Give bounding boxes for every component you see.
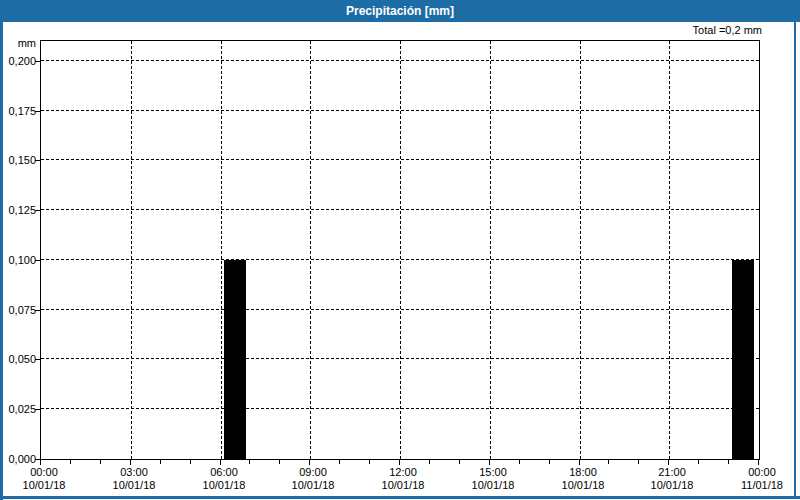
x-major-tick-mark: [399, 460, 400, 465]
x-major-tick-mark: [668, 460, 669, 465]
x-tick-label: 12:0010/01/18: [358, 466, 448, 492]
x-tick-time: 15:00: [448, 466, 538, 479]
y-tick-label: 0,075: [0, 304, 36, 317]
x-tick-label: 03:0010/01/18: [89, 466, 179, 492]
x-gridline: [490, 41, 491, 459]
window-titlebar[interactable]: Precipitación [mm]: [0, 0, 800, 22]
x-tick-time: 09:00: [268, 466, 358, 479]
window-border-bottom: [0, 496, 800, 499]
x-tick-label: 09:0010/01/18: [268, 466, 358, 492]
x-tick-time: 00:00: [0, 466, 89, 479]
x-minor-tick-mark: [70, 460, 71, 464]
x-minor-tick-mark: [339, 460, 340, 464]
x-minor-tick-mark: [249, 460, 250, 464]
x-tick-time: 12:00: [358, 466, 448, 479]
x-tick-date: 10/01/18: [538, 479, 628, 492]
y-tick-label: 0,000: [0, 453, 36, 466]
x-minor-tick-mark: [369, 460, 370, 464]
y-tick-label: 0,025: [0, 403, 36, 416]
x-major-tick-mark: [758, 460, 759, 465]
x-tick-date: 10/01/18: [448, 479, 538, 492]
x-tick-date: 10/01/18: [268, 479, 358, 492]
y-tick-label: 0,125: [0, 204, 36, 217]
x-gridline: [310, 41, 311, 459]
x-minor-tick-mark: [728, 460, 729, 464]
x-tick-label: 00:0010/01/18: [0, 466, 89, 492]
precipitation-bar: [732, 260, 754, 459]
x-minor-tick-mark: [160, 460, 161, 464]
x-minor-tick-mark: [638, 460, 639, 464]
x-tick-label: 18:0010/01/18: [538, 466, 628, 492]
x-minor-tick-mark: [279, 460, 280, 464]
x-tick-time: 00:00: [717, 466, 800, 479]
x-major-tick-mark: [130, 460, 131, 465]
x-tick-date: 10/01/18: [89, 479, 179, 492]
y-tick-label: 0,200: [0, 55, 36, 68]
x-major-tick-mark: [579, 460, 580, 465]
x-tick-date: 10/01/18: [627, 479, 717, 492]
x-minor-tick-mark: [100, 460, 101, 464]
y-axis-labels: 0,0000,0250,0500,0750,1000,1250,1500,175…: [0, 40, 36, 460]
x-tick-date: 10/01/18: [0, 479, 89, 492]
x-gridline: [221, 41, 222, 459]
x-axis-labels: 00:0010/01/1803:0010/01/1806:0010/01/180…: [40, 466, 762, 496]
x-tick-date: 10/01/18: [179, 479, 269, 492]
x-tick-date: 11/01/18: [717, 479, 800, 492]
x-tick-label: 15:0010/01/18: [448, 466, 538, 492]
total-annotation: Total =0,2 mm: [693, 24, 762, 36]
x-minor-tick-mark: [459, 460, 460, 464]
x-minor-tick-mark: [429, 460, 430, 464]
x-gridline: [400, 41, 401, 459]
x-tick-time: 06:00: [179, 466, 269, 479]
x-tick-label: 00:0011/01/18: [717, 466, 800, 492]
x-tick-time: 03:00: [89, 466, 179, 479]
x-tick-label: 21:0010/01/18: [627, 466, 717, 492]
y-tick-label: 0,050: [0, 353, 36, 366]
window-title: Precipitación [mm]: [346, 4, 454, 18]
x-minor-tick-mark: [549, 460, 550, 464]
y-tick-label: 0,150: [0, 154, 36, 167]
x-minor-tick-mark: [698, 460, 699, 464]
x-major-tick-mark: [40, 460, 41, 465]
x-major-tick-mark: [220, 460, 221, 465]
x-gridline: [669, 41, 670, 459]
y-tick-label: 0,100: [0, 254, 36, 267]
precipitation-bar: [224, 260, 246, 459]
plot-area: [40, 40, 760, 460]
x-minor-tick-mark: [608, 460, 609, 464]
x-minor-tick-mark: [190, 460, 191, 464]
x-gridline: [580, 41, 581, 459]
x-gridline: [131, 41, 132, 459]
x-tick-label: 06:0010/01/18: [179, 466, 269, 492]
x-tick-date: 10/01/18: [358, 479, 448, 492]
x-major-tick-mark: [309, 460, 310, 465]
x-minor-tick-mark: [519, 460, 520, 464]
chart-window: Precipitación [mm] Total =0,2 mm mm 0,00…: [0, 0, 800, 500]
y-tick-label: 0,175: [0, 105, 36, 118]
x-major-tick-mark: [489, 460, 490, 465]
x-tick-time: 21:00: [627, 466, 717, 479]
x-tick-time: 18:00: [538, 466, 628, 479]
window-border-right: [794, 22, 796, 499]
